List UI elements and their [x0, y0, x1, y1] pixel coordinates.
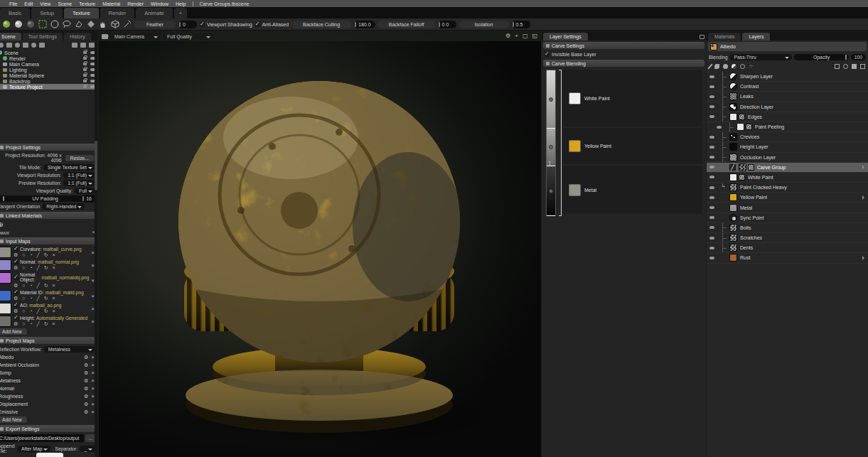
visibility-eye-icon[interactable]: [709, 216, 714, 219]
setting-dropdown[interactable]: Full: [75, 188, 95, 194]
add-shadow-icon[interactable]: [39, 43, 45, 48]
checkbox-icon[interactable]: [14, 247, 18, 252]
checkbox-icon[interactable]: [14, 303, 18, 308]
project-map-row[interactable]: Emissive ⚙ ×: [0, 408, 97, 416]
layer-thumbnail[interactable]: [729, 254, 737, 262]
visibility-eye-icon[interactable]: [709, 176, 714, 178]
lasso-select-icon[interactable]: [62, 20, 71, 29]
feather-value[interactable]: 0: [178, 21, 197, 28]
layer-thumbnail[interactable]: [729, 183, 737, 191]
layer-thumbnail[interactable]: [729, 82, 737, 90]
visibility-eye-icon[interactable]: [709, 206, 714, 209]
export-settings-header[interactable]: Export Settings: [0, 425, 96, 432]
layer-thumbnail[interactable]: [729, 92, 737, 100]
map-settings-gear-icon[interactable]: ⚙: [84, 386, 88, 391]
map-thumbnail[interactable]: [0, 259, 11, 271]
visibility-eye-icon[interactable]: [709, 196, 714, 199]
project-map-row[interactable]: Ambient Occlusion ⚙ ×: [0, 361, 97, 369]
blend-layer-row[interactable]: Yellow Paint: [563, 128, 702, 164]
camera-select[interactable]: Main Camera: [111, 33, 161, 40]
scene-tree-row[interactable]: Material Sphere: [0, 72, 97, 78]
blend-handle[interactable]: [549, 189, 553, 193]
layer-settings-tab[interactable]: Layer Settings: [543, 33, 588, 41]
map-tools[interactable]: ⚙ ○ ◔ ╱ ↻ ×: [14, 296, 57, 301]
export-path-field[interactable]: C:/Users/joeworkstation/Desktop/output: [0, 434, 84, 442]
visibility-eye-icon[interactable]: [709, 226, 714, 229]
layer-row[interactable]: Metal: [707, 203, 868, 213]
map-settings-gear-icon[interactable]: ⚙: [84, 409, 88, 414]
add-light-icon[interactable]: [6, 43, 12, 48]
backface-culling-value[interactable]: 180.0: [354, 21, 375, 28]
add-input-map-button[interactable]: Add New: [0, 328, 27, 335]
blend-layer-swatch[interactable]: [569, 140, 581, 152]
project-map-row[interactable]: Roughness ⚙ ×: [0, 392, 97, 400]
blend-strip-segment[interactable]: [547, 70, 555, 129]
group-folder-icon[interactable]: [852, 64, 857, 69]
map-thumbnail[interactable]: [0, 272, 11, 284]
visibility-eye-icon[interactable]: [709, 95, 714, 98]
layer-row[interactable]: Direction Layer: [707, 102, 868, 112]
map-tools[interactable]: ⚙ ○ ◔ ╱ ↻ ×: [14, 265, 57, 270]
ellipse-select-icon[interactable]: [50, 20, 59, 29]
workspace-tab[interactable]: Setup: [31, 8, 63, 18]
menu-item[interactable]: Material: [99, 1, 124, 6]
menu-item[interactable]: Texture: [75, 1, 99, 6]
cube-select-icon[interactable]: [110, 20, 119, 29]
layer-row[interactable]: Rust: [707, 253, 868, 263]
add-object-icon[interactable]: [0, 43, 4, 48]
add-backdrop-icon[interactable]: [23, 43, 28, 48]
layer-mask-thumbnail[interactable]: [746, 124, 752, 130]
layer-row[interactable]: Edges: [707, 112, 868, 122]
menu-item[interactable]: File: [6, 1, 21, 6]
flatten-icon[interactable]: [835, 64, 840, 69]
blend-layer-row[interactable]: White Paint: [563, 70, 702, 127]
panel-tab[interactable]: Tool Settings: [23, 33, 63, 41]
layer-mask-thumbnail[interactable]: [739, 114, 745, 120]
layer-thumbnail[interactable]: [739, 163, 746, 171]
slider-handle[interactable]: [3, 196, 4, 201]
layer-thumbnail[interactable]: [729, 234, 737, 242]
effect-nodes-icon[interactable]: ⁘: [749, 63, 754, 70]
workspace-tab[interactable]: Basic: [0, 8, 30, 18]
reflection-workflow-dropdown[interactable]: Metalness: [44, 346, 95, 353]
scrollbar-handle[interactable]: [95, 141, 97, 190]
setting-dropdown[interactable]: 1:1 (Full): [63, 172, 95, 178]
map-thumbnail[interactable]: [0, 303, 11, 314]
rect-select-icon[interactable]: [38, 20, 47, 29]
append-tile-dropdown[interactable]: After Map: [17, 446, 50, 452]
layer-row[interactable]: Yellow Paint: [707, 193, 868, 203]
layer-mask-thumbnail[interactable]: [739, 174, 745, 181]
layer-row[interactable]: Scratches: [707, 233, 868, 243]
layer-row[interactable]: Paint Cracked Heavy: [707, 183, 868, 193]
quality-select[interactable]: Full Quality: [164, 33, 213, 40]
menu-item[interactable]: Edit: [21, 1, 36, 6]
setting-dropdown[interactable]: 1:1 (Full): [63, 180, 95, 186]
tangent-orientation-dropdown[interactable]: Right-Handed: [42, 203, 85, 210]
menu-item[interactable]: Help: [172, 1, 189, 6]
layer-row[interactable]: Crevices: [707, 132, 868, 142]
channel-header[interactable]: Albedo: [708, 42, 867, 51]
map-settings-gear-icon[interactable]: ⚙: [84, 378, 88, 383]
layer-mask-thumbnail[interactable]: [748, 164, 754, 171]
viewport-popout-icon[interactable]: ◱: [531, 33, 538, 39]
menu-item[interactable]: Scene: [54, 1, 75, 6]
map-thumbnail[interactable]: [0, 247, 11, 258]
uv-padding-slider[interactable]: UV Padding 16: [0, 195, 96, 202]
layer-thumbnail[interactable]: [729, 72, 737, 80]
input-maps-header[interactable]: Input Maps: [0, 237, 96, 244]
poly-select-icon[interactable]: [74, 20, 83, 29]
viewport-shadowing-checkbox[interactable]: Viewport Shadowing: [200, 22, 252, 27]
invisible-base-layer-checkbox[interactable]: Invisible Base Layer: [545, 52, 596, 57]
layer-options-arrow[interactable]: [862, 256, 867, 260]
panel-tab[interactable]: Materials: [708, 33, 741, 41]
visibility-eye-icon[interactable]: [709, 146, 714, 149]
map-tools[interactable]: ⚙ ○ ◔ ╱ ↻ ×: [14, 283, 57, 288]
visibility-eye-icon[interactable]: [717, 126, 722, 129]
layer-row[interactable]: Contrast: [707, 82, 868, 92]
slider-handle[interactable]: [845, 55, 847, 60]
viewport-settings-gear-icon[interactable]: ⚙: [505, 33, 511, 39]
map-tools[interactable]: ⚙ ○ ◔ ╱ ↻ ×: [14, 321, 57, 326]
blending-dropdown[interactable]: Pass-Thru: [729, 54, 792, 60]
blend-layer-swatch[interactable]: [569, 184, 581, 196]
project-maps-header[interactable]: Project Maps: [0, 337, 96, 344]
